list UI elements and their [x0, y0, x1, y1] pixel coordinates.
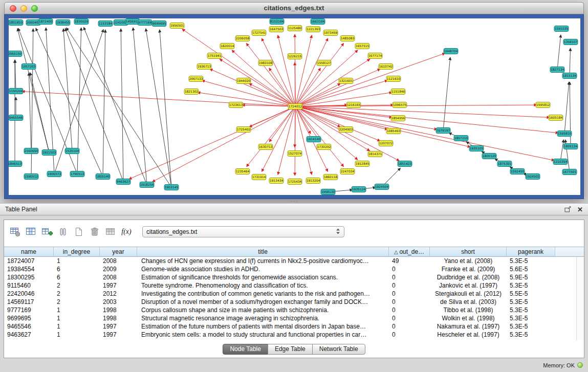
show-columns-button[interactable] [24, 225, 38, 238]
network-canvas[interactable]: 1821302206713319367131751941182001422060… [9, 18, 580, 195]
network-node[interactable]: 1679197 [436, 128, 450, 134]
network-node[interactable]: 2204903 [339, 127, 353, 133]
network-node[interactable]: 1815134 [562, 73, 577, 79]
network-node[interactable]: 1592450 [510, 169, 525, 174]
network-node[interactable]: 1827134 [550, 67, 564, 73]
network-node[interactable]: 1956501 [170, 23, 184, 29]
network-node[interactable]: 1657515 [355, 43, 369, 49]
network-node[interactable]: 1321601 [339, 78, 353, 84]
network-node[interactable]: 1558127 [317, 60, 331, 66]
network-node[interactable]: 1935105 [469, 146, 484, 151]
column-header-out-de-[interactable]: △ out_de… [389, 247, 430, 257]
panel-splitter[interactable] [287, 200, 302, 203]
table-selector-dropdown[interactable]: citations_edges.txt [142, 226, 344, 237]
window-close-button[interactable] [10, 5, 16, 12]
delete-button[interactable] [88, 225, 102, 238]
new-column-button[interactable] [40, 225, 54, 238]
table-settings-button[interactable] [8, 225, 23, 238]
column-header-pagerank[interactable]: pagerank [507, 247, 555, 257]
network-node[interactable]: 1846513 [9, 161, 22, 167]
network-node[interactable]: 1948704 [444, 49, 458, 54]
network-node[interactable]: 1723613 [229, 102, 243, 108]
network-node[interactable]: 1226215 [288, 54, 302, 59]
close-panel-icon[interactable]: ✕ [577, 206, 583, 213]
window-titlebar[interactable]: citations_edges.txt [4, 2, 584, 14]
network-node[interactable]: 1973459 [323, 30, 338, 36]
network-node[interactable]: 1751941 [207, 53, 222, 59]
network-node[interactable]: 9463627 [116, 179, 130, 185]
table-row[interactable]: 911546021997Tourette syndrome. Phenomeno… [4, 281, 584, 290]
network-node[interactable]: 1944020 [236, 78, 251, 84]
import-table-button[interactable] [103, 225, 118, 238]
network-node[interactable]: 1903145 [164, 185, 179, 190]
network-node[interactable]: 1663104 [311, 19, 325, 25]
network-node[interactable]: 1983108 [258, 60, 273, 66]
column-header-title[interactable]: title [137, 247, 389, 257]
window-zoom-button[interactable] [31, 5, 38, 12]
network-node[interactable]: 1096575 [393, 102, 407, 108]
column-header-year[interactable]: year [100, 247, 137, 257]
network-node[interactable]: 2160650 [24, 148, 38, 154]
table-row[interactable]: 946362711997Embryonic stem cells: a mode… [4, 331, 584, 339]
network-node[interactable]: 1207072 [379, 141, 393, 146]
network-node[interactable]: 1912845 [355, 161, 369, 167]
table-row[interactable]: 946554611997Estimation of the future num… [4, 322, 584, 331]
table-row[interactable]: 977716911998Corpus callosum shape and si… [4, 306, 584, 314]
network-hub-node[interactable]: 1724012 [288, 104, 302, 110]
network-node[interactable]: 1677501 [562, 169, 577, 175]
network-node[interactable]: 1535104 [65, 148, 79, 154]
network-node[interactable]: 2067133 [189, 76, 203, 82]
network-node[interactable]: 2247034 [340, 169, 355, 174]
network-node[interactable]: 1851810 [9, 20, 23, 26]
network-node[interactable]: 1958130 [321, 189, 335, 195]
table-row[interactable]: 2242004622012Investigating the contribut… [4, 290, 584, 298]
network-node[interactable]: 1153184 [98, 21, 113, 27]
table-row[interactable]: 1872400712008Changes of HCN gene express… [4, 257, 584, 265]
network-node[interactable]: 1936713 [197, 64, 211, 70]
network-node[interactable]: 1938455 [56, 20, 70, 26]
network-node[interactable]: 1921503 [42, 150, 56, 156]
network-node[interactable]: 1821302 [184, 89, 199, 95]
network-node[interactable]: 1527074 [288, 151, 302, 157]
network-node[interactable]: 1875301 [497, 161, 512, 167]
network-node[interactable]: 1647503 [269, 27, 284, 32]
network-node[interactable]: 1805134 [563, 144, 578, 149]
network-node[interactable]: 1591035 [554, 26, 569, 32]
network-node[interactable]: 1605184 [549, 115, 563, 121]
new-file-button[interactable] [72, 225, 86, 238]
network-node[interactable]: 1121610 [386, 76, 401, 82]
network-node[interactable]: 1913434 [269, 178, 284, 184]
network-node[interactable]: 1221393 [306, 27, 320, 32]
network-node[interactable]: 1235464 [235, 169, 250, 174]
network-node[interactable]: 1125480 [288, 26, 302, 31]
column-header-short[interactable]: short [430, 247, 507, 257]
network-node[interactable]: 1924504 [375, 184, 389, 190]
network-node[interactable]: 1857210 [454, 136, 468, 141]
network-node[interactable]: 1727541 [252, 30, 266, 36]
network-node[interactable]: 1914145 [307, 137, 321, 142]
table-row[interactable]: 1456911722003Disruption of a novel membe… [4, 298, 584, 306]
table-row[interactable]: 1830029562008Estimation of significance … [4, 273, 584, 281]
network-node[interactable]: 1725402 [236, 127, 251, 133]
network-node[interactable]: 1630713 [258, 144, 273, 150]
network-node[interactable]: 1150204 [9, 89, 23, 94]
network-node[interactable]: 1935124 [352, 187, 366, 192]
network-node[interactable]: 1216165 [346, 102, 361, 108]
rows-button[interactable] [56, 225, 70, 238]
network-node[interactable]: 2206058 [235, 36, 250, 41]
network-node[interactable]: 9777169 [138, 20, 152, 26]
vertical-scrollbar[interactable] [576, 257, 584, 340]
network-node[interactable]: 1854956 [391, 116, 405, 121]
tab-edge-table[interactable]: Edge Table [268, 344, 313, 355]
network-node[interactable]: 2065150 [9, 51, 22, 57]
network-node[interactable]: 1358107 [563, 39, 578, 45]
network-node[interactable]: 1820014 [220, 43, 234, 49]
network-node[interactable]: 1725434 [288, 179, 302, 185]
network-node[interactable]: 1860118 [323, 174, 338, 180]
float-panel-icon[interactable] [564, 206, 572, 212]
tab-node-table[interactable]: Node Table [223, 344, 268, 355]
network-node[interactable]: 1830029 [74, 19, 89, 25]
network-node[interactable]: 1924502 [526, 174, 540, 180]
window-minimize-button[interactable] [20, 5, 27, 12]
table-row[interactable]: 1938455462009Genome-wide association stu… [4, 265, 584, 273]
